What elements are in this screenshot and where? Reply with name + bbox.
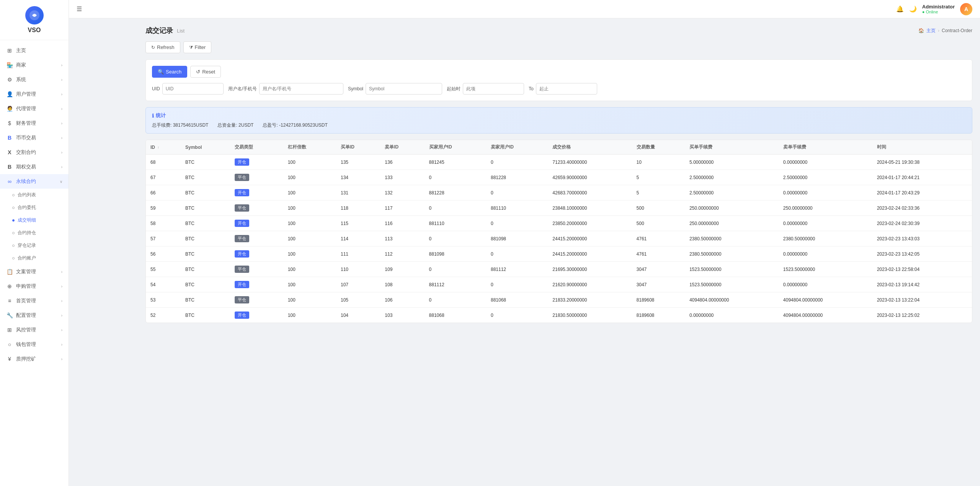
cell-id: 52 [146,308,181,323]
cell-seller-uid: 0 [486,308,548,323]
cell-quantity: 3047 [632,277,685,292]
logo-icon [25,6,44,24]
symbol-filter-group: Symbol [348,83,442,95]
cell-sell-fee: 1523.50000000 [779,262,872,277]
cell-buy-id: 115 [336,216,380,231]
sidebar-item-contract-account[interactable]: 合约账户 [0,252,69,264]
risk-icon: ⊞ [6,326,13,333]
cell-buy-fee: 0.00000000 [685,308,779,323]
cell-leverage: 100 [283,308,336,323]
type-badge: 平仓 [235,174,249,181]
uid-filter-group: UID [152,83,224,95]
sidebar-item-perpetual[interactable]: ∞ 永续合约 ∨ [0,174,69,189]
sidebar-item-contract-hold[interactable]: 合约持仓 [0,227,69,239]
search-button[interactable]: 🔍 Search [152,66,187,78]
reset-icon: ↺ [196,69,200,75]
sidebar-item-config[interactable]: 🔧 配置管理 › [0,308,69,323]
sidebar-item-label: 币币交易 [16,134,61,141]
sidebar-item-contract-entrust[interactable]: 合约委托 [0,201,69,214]
sidebar-item-home[interactable]: ⊞ 主页 [0,43,69,58]
cell-symbol: BTC [181,277,230,292]
sidebar-item-trade-record[interactable]: 成交明细 [0,214,69,227]
type-badge: 开仓 [235,311,249,319]
sidebar-item-doc-mgmt[interactable]: 📋 文案管理 › [0,264,69,279]
sidebar-item-system[interactable]: ⚙ 系统 › [0,72,69,87]
sidebar-item-contract[interactable]: X 交割合约 › [0,145,69,160]
sidebar-item-home-mgmt[interactable]: ≡ 首页管理 › [0,294,69,308]
submenu-label: 穿仓记录 [18,242,36,249]
filter-button[interactable]: ⧩ Filter [183,41,212,53]
type-badge: 开仓 [235,250,249,258]
cell-id: 57 [146,231,181,246]
sidebar-item-merchant[interactable]: 🏪 商家 › [0,58,69,72]
time-from-label: 起始时 [447,86,461,92]
chevron-right-icon: › [61,150,62,155]
col-time: 时间 [872,140,972,155]
uid-input[interactable] [162,83,224,95]
cell-symbol: BTC [181,155,230,170]
sidebar-item-label: 永续合约 [16,178,60,185]
chevron-right-icon: › [61,270,62,274]
submenu-label: 合约委托 [18,204,36,211]
sidebar-item-contract-list[interactable]: 合约列表 [0,189,69,201]
cell-seller-uid: 881112 [486,262,548,277]
dot-icon [12,219,15,222]
type-badge: 平仓 [235,235,249,242]
reset-button[interactable]: ↺ Reset [190,66,221,78]
cell-sell-id: 112 [380,246,424,262]
cell-buy-id: 114 [336,231,380,246]
table-row: 56 BTC 开仓 100 111 112 881098 0 24415.200… [146,246,972,262]
sidebar-item-options[interactable]: B 期权交易 › [0,160,69,174]
sidebar-item-finance[interactable]: $ 财务管理 › [0,116,69,130]
cell-buyer-uid: 0 [425,262,486,277]
sidebar-item-mining[interactable]: ¥ 质押挖矿 › [0,352,69,366]
cell-type: 开仓 [230,155,283,170]
stats-bar: ℹ 统计 总手续费: 381754615USDT 总资金量: 2USDT 总盈亏… [145,107,972,134]
cell-seller-uid: 0 [486,246,548,262]
sidebar-item-user-mgmt[interactable]: 👤 用户管理 › [0,87,69,101]
total-profit: 总盈亏: -12427168.90523USDT [263,122,327,129]
sidebar-item-purchase[interactable]: ⊕ 申购管理 › [0,279,69,294]
cell-id: 55 [146,262,181,277]
hamburger-icon[interactable]: ☰ [77,5,82,13]
cell-price: 42683.70000000 [548,185,632,201]
type-badge: 开仓 [235,189,249,196]
col-price: 成交价格 [548,140,632,155]
time-from-input[interactable] [463,83,524,95]
stats-title: ℹ 统计 [152,112,966,119]
filter-icon: ⧩ [189,45,193,50]
refresh-button[interactable]: ↻ Refresh [145,41,180,53]
cell-id: 53 [146,292,181,308]
cell-buyer-uid: 0 [425,292,486,308]
sidebar-item-agent-mgmt[interactable]: 🧑‍💼 代理管理 › [0,101,69,116]
cell-symbol: BTC [181,262,230,277]
sidebar-item-risk[interactable]: ⊞ 风控管理 › [0,323,69,337]
dark-mode-icon[interactable]: 🌙 [909,5,917,13]
time-to-input[interactable] [536,83,597,95]
symbol-input[interactable] [366,83,442,95]
sidebar-item-liquidation[interactable]: 穿仓记录 [0,239,69,252]
cell-time: 2023-02-13 12:25:02 [872,308,972,323]
cell-buy-id: 131 [336,185,380,201]
col-sell-id: 卖单ID [380,140,424,155]
avatar[interactable]: A [960,3,972,15]
page-title: 成交记录 [145,26,173,35]
cell-seller-uid: 881228 [486,170,548,185]
table-row: 54 BTC 开仓 100 107 108 881112 0 21620.900… [146,277,972,292]
doc-icon: 📋 [6,268,13,275]
submenu-label: 合约持仓 [18,230,36,236]
page-title-area: 成交记录 List [145,26,185,35]
sidebar-item-coin-trade[interactable]: B 币币交易 › [0,130,69,145]
cell-type: 开仓 [230,185,283,201]
sidebar-item-label: 文案管理 [16,268,61,275]
sidebar-item-wallet[interactable]: ○ 钱包管理 › [0,337,69,352]
cell-id: 54 [146,277,181,292]
sidebar-logo: VSO [0,0,69,40]
cell-time: 2024-01-17 20:44:21 [872,170,972,185]
cell-sell-fee: 250.00000000 [779,201,872,216]
cell-quantity: 5 [632,185,685,201]
breadcrumb-home-link[interactable]: 主页 [926,28,936,34]
user-input[interactable] [259,83,343,95]
cell-sell-id: 113 [380,231,424,246]
notification-icon[interactable]: 🔔 [896,5,904,13]
